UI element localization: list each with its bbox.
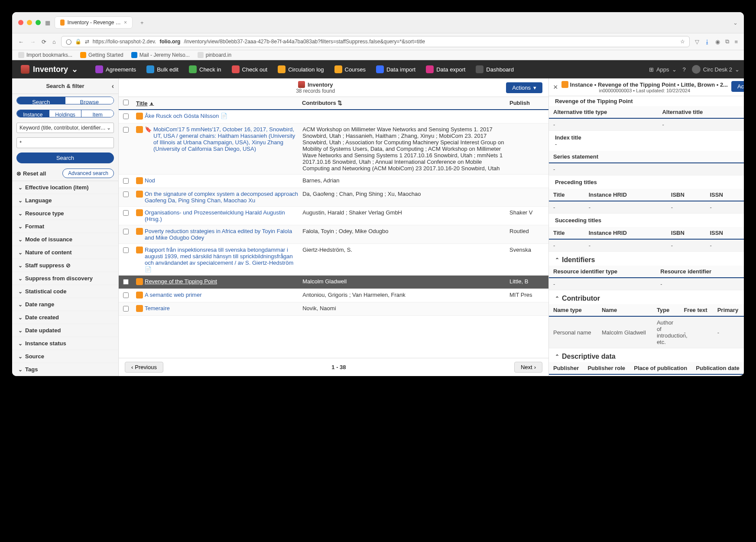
result-row[interactable]: Åke Rusck och Gösta Nilsson 📄 [119,110,548,123]
window-max-dot[interactable] [36,20,41,25]
filter-nature-of-content[interactable]: Nature of content [12,246,118,259]
result-title-link[interactable]: 🔖 MobiCom'17 5 mmNets'17, October 16, 20… [136,126,302,152]
result-title-link[interactable]: Åke Rusck och Gösta Nilsson 📄 [136,113,302,120]
result-title-link[interactable]: Rapport från inspektionsresa till svensk… [136,247,302,273]
pocket-icon[interactable]: ▽ [695,39,699,45]
browser-tab[interactable]: Inventory - Revenge of the Tipp × [55,16,133,29]
filter-tags[interactable]: Tags [12,363,118,376]
app-switcher[interactable]: Inventory ⌄ [16,65,82,74]
address-bar[interactable]: ◯ 🔒 ⇄ https://folio-snapshot-2.dev.folio… [61,36,690,47]
help-icon[interactable]: ? [683,66,686,73]
result-row[interactable]: Revenge of the Tipping Point Malcolm Gla… [119,276,548,289]
tab-browse[interactable]: Browse [65,97,114,104]
detail-actions-button[interactable]: Actions▾ [731,81,744,92]
window-min-dot[interactable] [27,20,32,25]
home-button[interactable]: ⌂ [52,39,56,45]
collapse-sidebar-icon[interactable]: ‹ [112,82,114,90]
filter-instance-status[interactable]: Instance status [12,337,118,350]
nav-data-export[interactable]: Data export [422,63,470,76]
nav-bulk-edit[interactable]: Bulk edit [142,63,183,76]
section-identifiers[interactable]: Identifiers [549,252,744,266]
filter-format[interactable]: Format [12,220,118,233]
result-row[interactable]: Rapport från inspektionsresa till svensk… [119,244,548,276]
row-checkbox[interactable] [123,210,129,216]
reset-all-button[interactable]: ⊗Reset all [16,170,46,177]
new-tab-button[interactable]: + [137,19,147,26]
bookmark-mail[interactable]: Mail - Jeremy Nelso... [131,52,190,58]
result-row[interactable]: 🔖 MobiCom'17 5 mmNets'17, October 16, 20… [119,123,548,175]
nav-check-in[interactable]: Check in [185,63,226,76]
section-contributor[interactable]: Contributor [549,290,744,304]
filter-source[interactable]: Source [12,350,118,363]
reload-button[interactable]: ⟳ [42,39,46,45]
result-row[interactable]: Poverty reduction strategies in Africa e… [119,225,548,244]
close-detail-icon[interactable]: × [553,81,558,92]
forward-button[interactable]: → [30,39,36,45]
menu-icon[interactable]: ≡ [734,39,738,45]
section-descriptive[interactable]: Descriptive data [549,348,744,362]
filter-language[interactable]: Language [12,194,118,207]
star-icon[interactable]: ☆ [680,39,685,45]
search-button[interactable]: Search [16,153,114,163]
apps-button[interactable]: ⊞Apps⌄ [649,66,677,73]
row-checkbox[interactable] [123,178,129,184]
download-icon[interactable]: ⭳ [704,39,710,45]
row-checkbox[interactable] [123,127,129,133]
result-row[interactable]: On the signature of complex system a dec… [119,188,548,207]
row-checkbox[interactable] [123,292,129,298]
search-query-input[interactable]: * [16,137,114,148]
result-row[interactable]: Temeraire Novik, Naomi [119,302,548,316]
advanced-search-button[interactable]: Advanced search [62,169,114,178]
filter-mode-of-issuance[interactable]: Mode of issuance [12,233,118,246]
tabs-chevron-icon[interactable]: ⌄ [733,19,738,26]
filter-effective-location-item-[interactable]: Effective location (item) [12,181,118,194]
filter-date-range[interactable]: Date range [12,298,118,311]
result-title-link[interactable]: On the signature of complex system a dec… [136,191,302,204]
sidebar-toggle-icon[interactable]: ▦ [45,19,50,26]
row-checkbox[interactable] [123,229,129,234]
filter-date-updated[interactable]: Date updated [12,324,118,337]
tab-close-icon[interactable]: × [124,19,127,26]
select-all-checkbox[interactable] [123,100,129,105]
bookmark-pinboard[interactable]: pinboard.in [198,52,231,58]
user-menu[interactable]: Circ Desk 2 ⌄ [692,65,740,74]
nav-data-import[interactable]: Data import [372,63,420,76]
column-publishers[interactable]: Publish [509,100,544,107]
back-button[interactable]: ← [18,39,24,45]
result-title-link[interactable]: A semantic web primer [136,292,302,299]
next-button[interactable]: Next› [514,362,542,373]
nav-check-out[interactable]: Check out [227,63,272,76]
nav-dashboard[interactable]: Dashboard [471,63,518,76]
subtab-instance[interactable]: Instance [17,110,49,117]
account-icon[interactable]: ◉ [715,39,720,45]
nav-circulation-log[interactable]: Circulation log [273,63,328,76]
nav-agreements[interactable]: Agreements [91,63,140,76]
filter-staff-suppress-[interactable]: Staff suppress ⊘ [12,259,118,272]
result-row[interactable]: Nod Barnes, Adrian [119,175,548,188]
result-title-link[interactable]: Revenge of the Tipping Point [136,278,302,285]
column-contributors[interactable]: Contributors ⇅ [302,100,509,107]
extensions-icon[interactable]: ⧉ [725,38,729,45]
row-checkbox[interactable] [123,306,129,312]
bookmark-getting-started[interactable]: Getting Started [80,52,123,58]
subtab-holdings[interactable]: Holdings [49,110,82,117]
row-checkbox[interactable] [123,114,129,119]
actions-menu-button[interactable]: Actions▾ [506,82,542,93]
result-title-link[interactable]: Organisations- und Prozessentwicklung Ha… [136,209,302,222]
window-close-dot[interactable] [18,20,23,25]
filter-resource-type[interactable]: Resource type [12,207,118,220]
subtab-item[interactable]: Item [81,110,114,117]
previous-button[interactable]: ‹Previous [125,362,163,373]
result-title-link[interactable]: Temeraire [136,305,302,312]
row-checkbox[interactable] [123,279,129,285]
filter-suppress-from-discovery[interactable]: Suppress from discovery [12,272,118,285]
search-type-select[interactable]: Keyword (title, contributor, identifier,… [16,123,114,133]
row-checkbox[interactable] [123,191,129,197]
filter-date-created[interactable]: Date created [12,311,118,324]
filter-statistical-code[interactable]: Statistical code [12,285,118,298]
nav-courses[interactable]: Courses [330,63,370,76]
result-title-link[interactable]: Poverty reduction strategies in Africa e… [136,228,302,241]
result-row[interactable]: Organisations- und Prozessentwicklung Ha… [119,207,548,225]
bookmark-import[interactable]: Import bookmarks... [18,52,72,58]
result-row[interactable]: A semantic web primer Antoniou, Grigoris… [119,289,548,302]
